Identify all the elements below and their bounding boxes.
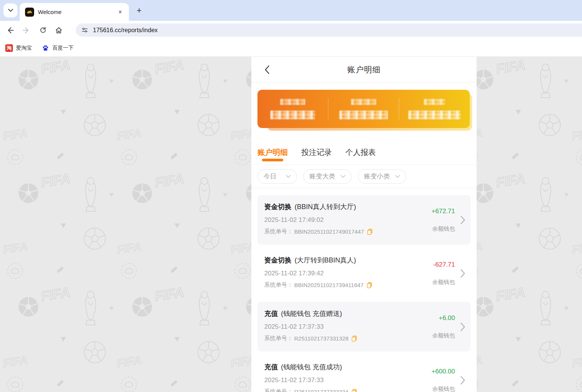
txn-type: 资金切换 (264, 256, 292, 265)
filter-minor-category-dropdown[interactable]: 账变小类 (358, 169, 406, 184)
report-tabs: 账户明细 投注记录 个人报表 (251, 131, 477, 165)
chevron-down-icon (340, 175, 345, 178)
chevron-down-icon (395, 175, 400, 178)
filter-major-category-dropdown[interactable]: 账变大类 (303, 169, 351, 184)
new-tab-button[interactable]: + (134, 5, 144, 16)
blurred-stat-1 (257, 99, 328, 119)
txn-order-label: 系统单号： (264, 281, 293, 289)
browser-tab-welcome[interactable]: Welcome × (20, 3, 129, 21)
copy-icon[interactable] (351, 389, 357, 392)
bookmark-aitaobao[interactable]: 淘 爱淘宝 (5, 44, 32, 52)
txn-order-number: R2511021737331328 (294, 335, 348, 342)
chevron-right-icon[interactable] (460, 376, 465, 385)
bookmark-label: 爱淘宝 (16, 45, 32, 52)
baidu-paw-icon (42, 44, 49, 52)
txn-order-number: R2511021737333334 (294, 389, 348, 392)
txn-subtype: (钱能钱包 充值成功) (281, 362, 342, 372)
page-title: 账户明细 (347, 64, 381, 75)
filter-label: 今日 (264, 172, 276, 181)
transaction-list: 资金切换 (BBIN真人转到大厅) 2025-11-02 17:49:02 系统… (251, 188, 477, 392)
blurred-stat-label (424, 99, 445, 105)
tab-bet-records[interactable]: 投注记录 (301, 147, 332, 164)
filter-row: 今日 账变大类 账变小类 (251, 165, 477, 188)
back-button[interactable] (4, 24, 17, 37)
tab-label: 账户明细 (257, 148, 288, 156)
txn-type: 充值 (264, 309, 278, 318)
chevron-right-icon[interactable] (460, 322, 465, 331)
tab-close-icon[interactable]: × (117, 9, 124, 16)
home-button[interactable] (52, 24, 65, 37)
taobao-icon: 淘 (5, 44, 13, 52)
txn-subtype: (BBIN真人转到大厅) (295, 202, 356, 211)
reload-button[interactable] (36, 24, 49, 37)
txn-right-col: +600.00 余额钱包 (431, 368, 455, 392)
blurred-stat-value (408, 111, 461, 119)
txn-subtype: (钱能钱包 充值赠送) (281, 309, 342, 318)
txn-subtype: (大厅转到BBIN真人) (295, 256, 356, 265)
txn-order-label: 系统单号： (264, 335, 293, 342)
txn-right-block: +600.00 余额钱包 (431, 355, 465, 392)
filter-label: 账变小类 (364, 172, 390, 181)
page-viewport: FIFA FIFA (0, 57, 582, 392)
tab-search-button[interactable] (3, 3, 17, 17)
blurred-stat-label (280, 99, 305, 105)
bookmark-label: 百度一下 (52, 45, 74, 52)
blurred-stat-value (270, 111, 315, 119)
forward-arrow-icon (22, 27, 30, 34)
blurred-stat-label (351, 99, 376, 105)
site-settings-icon (81, 27, 88, 34)
copy-icon[interactable] (367, 229, 373, 235)
url-text[interactable]: 175616.cc/reports/index (93, 27, 158, 34)
tab-label: 个人报表 (345, 148, 376, 156)
txn-wallet: 余额钱包 (432, 332, 455, 339)
bookmark-baidu[interactable]: 百度一下 (42, 44, 74, 52)
txn-order-number: BBIN202511021749017447 (294, 228, 364, 235)
back-chevron-button[interactable] (261, 64, 273, 75)
panel-header: 账户明细 (251, 57, 477, 83)
home-icon (55, 27, 63, 34)
back-arrow-icon (6, 27, 14, 34)
tab-account-detail[interactable]: 账户明细 (257, 147, 288, 164)
chevron-left-icon (264, 65, 270, 74)
tab-title: Welcome (38, 9, 113, 15)
summary-card-wrap (257, 90, 471, 131)
transaction-row[interactable]: 充值 (钱能钱包 充值成功) 2025-11-02 17:37:33 系统单号：… (257, 355, 471, 392)
txn-amount: +600.00 (431, 368, 455, 375)
address-bar[interactable]: 175616.cc/reports/index (76, 23, 582, 37)
chevron-right-icon[interactable] (460, 216, 465, 225)
txn-order-label: 系统单号： (264, 228, 293, 235)
transaction-row[interactable]: 资金切换 (BBIN真人转到大厅) 2025-11-02 17:49:02 系统… (257, 195, 471, 245)
transaction-row[interactable]: 资金切换 (大厅转到BBIN真人) 2025-11-02 17:39:42 系统… (257, 248, 471, 298)
tab-label: 投注记录 (301, 148, 332, 156)
blurred-stat-value (339, 111, 388, 119)
txn-wallet: 余额钱包 (432, 279, 455, 286)
txn-type: 资金切换 (264, 202, 292, 211)
txn-right-block: +6.00 余额钱包 (432, 302, 465, 351)
bookmarks-bar: 淘 爱淘宝 百度一下 (0, 39, 582, 57)
transaction-row[interactable]: 充值 (钱能钱包 充值赠送) 2025-11-02 17:37:33 系统单号：… (257, 302, 471, 351)
blurred-stat-2 (328, 99, 399, 119)
browser-tab-strip: Welcome × + (0, 0, 582, 21)
chevron-right-icon[interactable] (460, 269, 465, 278)
browser-toolbar: 175616.cc/reports/index (0, 21, 582, 39)
txn-wallet: 余额钱包 (432, 386, 455, 392)
blurred-stat-3 (399, 99, 470, 119)
txn-order-label: 系统单号： (264, 388, 293, 392)
forward-button[interactable] (20, 24, 33, 37)
txn-amount: -627.71 (433, 261, 455, 269)
copy-icon[interactable] (351, 336, 357, 342)
txn-right-col: +672.71 余额钱包 (431, 208, 455, 233)
filter-date-dropdown[interactable]: 今日 (257, 169, 297, 184)
filter-label: 账变大类 (309, 172, 335, 181)
txn-amount: +672.71 (431, 208, 455, 215)
txn-wallet: 余额钱包 (432, 225, 455, 233)
active-tab-underline (262, 159, 283, 161)
txn-right-block: -627.71 余额钱包 (432, 248, 465, 298)
reload-icon (39, 27, 47, 34)
txn-amount: +6.00 (439, 314, 455, 322)
site-favicon (25, 8, 34, 17)
tab-personal-report[interactable]: 个人报表 (345, 147, 376, 164)
copy-icon[interactable] (367, 282, 372, 288)
summary-card[interactable] (257, 90, 470, 128)
account-detail-panel: 账户明细 (251, 57, 477, 392)
